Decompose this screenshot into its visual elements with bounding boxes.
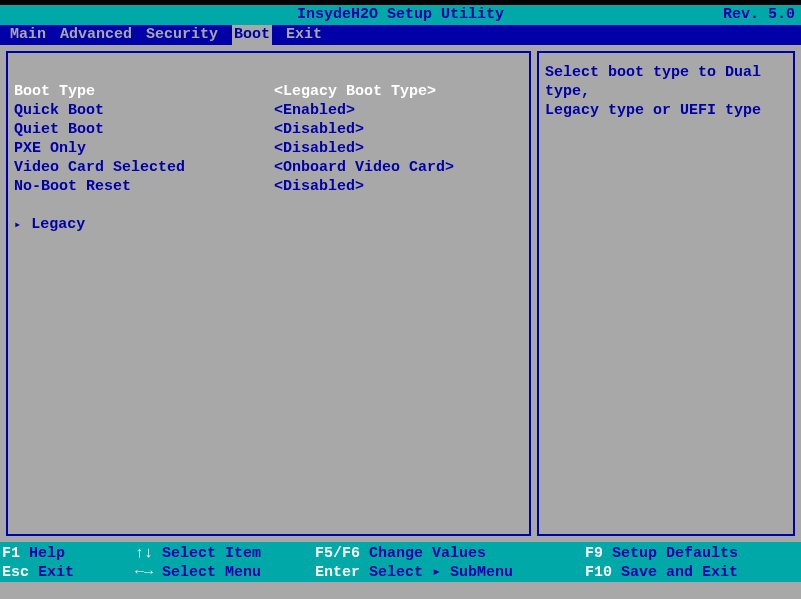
setting-label: PXE Only (14, 139, 274, 158)
footer-row-1: F1 Help ↑↓ Select Item F5/F6 Change Valu… (0, 544, 801, 563)
key-f5f6: F5/F6 (315, 545, 360, 562)
label-select-item: Select Item (162, 545, 261, 562)
label-save-exit: Save and Exit (621, 564, 738, 581)
revision-label: Rev. 5.0 (723, 5, 795, 25)
label-select-submenu: Select ▸ SubMenu (369, 564, 513, 581)
key-f1: F1 (2, 545, 20, 562)
left-right-arrow-icon: ←→ (135, 563, 153, 582)
setting-boot-type[interactable]: Boot Type <Legacy Boot Type> (14, 82, 523, 101)
setting-label: Quick Boot (14, 101, 274, 120)
spacer (14, 63, 523, 82)
key-f9: F9 (585, 545, 603, 562)
menu-exit[interactable]: Exit (286, 25, 322, 45)
setting-quiet-boot[interactable]: Quiet Boot <Disabled> (14, 120, 523, 139)
label-exit: Exit (38, 564, 74, 581)
key-esc: Esc (2, 564, 29, 581)
up-down-arrow-icon: ↑↓ (135, 544, 153, 563)
setting-value: <Disabled> (274, 120, 523, 139)
help-pane: Select boot type to Dual type, Legacy ty… (537, 51, 795, 536)
setting-video-card[interactable]: Video Card Selected <Onboard Video Card> (14, 158, 523, 177)
setting-value: <Enabled> (274, 101, 523, 120)
key-f10: F10 (585, 564, 612, 581)
footer-bar: F1 Help ↑↓ Select Item F5/F6 Change Valu… (0, 542, 801, 582)
menu-bar: Main Advanced Security Boot Exit (0, 25, 801, 45)
menu-security[interactable]: Security (146, 25, 218, 45)
label-change-values: Change Values (369, 545, 486, 562)
setting-label: Quiet Boot (14, 120, 274, 139)
setting-value: <Onboard Video Card> (274, 158, 523, 177)
title-bar: InsydeH2O Setup Utility Rev. 5.0 (0, 5, 801, 25)
settings-pane: Boot Type <Legacy Boot Type> Quick Boot … (6, 51, 531, 536)
submenu-label: Legacy (31, 216, 85, 233)
setting-pxe-only[interactable]: PXE Only <Disabled> (14, 139, 523, 158)
footer-row-2: Esc Exit ←→ Select Menu Enter Select ▸ S… (0, 563, 801, 582)
setting-value: <Disabled> (274, 139, 523, 158)
setting-label: No-Boot Reset (14, 177, 274, 196)
app-title: InsydeH2O Setup Utility (0, 5, 801, 25)
submenu-legacy[interactable]: Legacy (14, 215, 523, 234)
label-help: Help (29, 545, 65, 562)
label-select-menu: Select Menu (162, 564, 261, 581)
label-setup-defaults: Setup Defaults (612, 545, 738, 562)
key-enter: Enter (315, 564, 360, 581)
setting-label: Boot Type (14, 82, 274, 101)
setting-value: <Disabled> (274, 177, 523, 196)
menu-main[interactable]: Main (10, 25, 46, 45)
setting-value: <Legacy Boot Type> (274, 82, 523, 101)
setting-label: Video Card Selected (14, 158, 274, 177)
spacer (14, 196, 523, 215)
setting-quick-boot[interactable]: Quick Boot <Enabled> (14, 101, 523, 120)
help-line: Select boot type to Dual type, (545, 63, 787, 101)
body-area: Boot Type <Legacy Boot Type> Quick Boot … (0, 45, 801, 542)
menu-advanced[interactable]: Advanced (60, 25, 132, 45)
setting-no-boot-reset[interactable]: No-Boot Reset <Disabled> (14, 177, 523, 196)
help-line: Legacy type or UEFI type (545, 101, 787, 120)
menu-boot[interactable]: Boot (232, 25, 272, 45)
